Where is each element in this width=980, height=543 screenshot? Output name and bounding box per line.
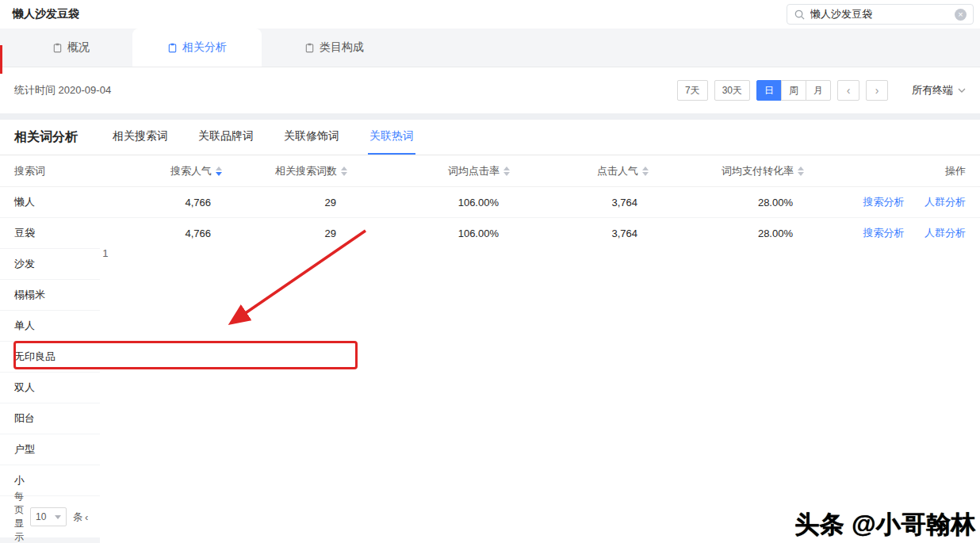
cell-popularity: 4,766 xyxy=(133,197,222,208)
page-root: 懒人沙发豆袋 × 概况 相关分析 xyxy=(0,0,980,543)
sort-asc-icon xyxy=(798,166,804,170)
chevron-down-icon xyxy=(958,88,966,93)
search-box[interactable]: × xyxy=(787,4,974,25)
cell-click-popularity: 3,764 xyxy=(510,197,649,208)
next-date-button[interactable]: › xyxy=(866,80,888,101)
search-analysis-link[interactable]: 搜索分析 xyxy=(863,196,904,208)
section-title: 相关词分析 xyxy=(14,129,78,146)
filter-bar: 统计时间 2020-09-04 7天 30天 日 周 月 ‹ › 所有终端 xyxy=(0,67,980,113)
sort-desc-icon xyxy=(798,172,804,176)
search-icon xyxy=(794,9,806,21)
table-row: 豆袋 4,766 29 106.00% 3,764 28.00% 搜索分析 人群… xyxy=(0,218,980,249)
cell-ctr: 106.00% xyxy=(347,228,510,239)
sort-icons xyxy=(216,166,222,176)
sort-desc-icon xyxy=(216,172,222,176)
sort-icons xyxy=(642,166,649,176)
subtab-modifier-words[interactable]: 关联修饰词 xyxy=(282,120,341,155)
section-divider xyxy=(0,113,980,120)
clipboard-icon xyxy=(304,43,315,53)
table-header: 搜索词 搜索人气 相关搜索词数 词均点击率 点击人气 词均支付转化率 操作 xyxy=(0,155,980,187)
range-7d-button[interactable]: 7天 xyxy=(677,80,708,101)
cell-conversion: 28.00% xyxy=(649,228,804,239)
pagination-prev[interactable]: ‹ xyxy=(82,510,90,525)
sort-asc-icon xyxy=(503,166,510,170)
sub-tab-bar: 相关搜索词 关联品牌词 关联修饰词 关联热词 xyxy=(111,120,442,155)
pagination: ‹ 12345› xyxy=(82,246,980,543)
search-input[interactable] xyxy=(810,9,955,21)
terminal-select[interactable]: 所有终端 xyxy=(912,83,966,98)
page-size-select[interactable]: 10 xyxy=(30,507,67,526)
sort-asc-icon xyxy=(642,166,649,170)
col-related-count[interactable]: 相关搜索词数 xyxy=(222,164,347,178)
tab-related-analysis[interactable]: 相关分析 xyxy=(132,29,262,67)
tab-label: 类目构成 xyxy=(320,40,364,55)
sort-icons xyxy=(503,166,510,176)
sort-desc-icon xyxy=(642,172,649,176)
table-footer: 每页显示 10 条 ‹ 12345› xyxy=(0,496,980,537)
range-month-button[interactable]: 月 xyxy=(806,80,831,101)
page-title: 懒人沙发豆袋 xyxy=(13,7,79,21)
crowd-analysis-link[interactable]: 人群分析 xyxy=(924,196,966,208)
subtab-related-search-words[interactable]: 相关搜索词 xyxy=(111,120,170,155)
pagination-page[interactable]: 1 xyxy=(100,246,980,543)
top-bar: 懒人沙发豆袋 × xyxy=(0,0,980,29)
cell-keyword: 豆袋 xyxy=(14,226,133,240)
page-size-label: 每页显示 xyxy=(14,490,24,543)
terminal-label: 所有终端 xyxy=(912,83,953,98)
cell-click-popularity: 3,764 xyxy=(510,228,649,239)
related-words-section: 相关词分析 相关搜索词 关联品牌词 关联修饰词 关联热词 搜索词 搜索人气 相关… xyxy=(0,120,980,537)
cell-actions: 搜索分析 人群分析 xyxy=(804,195,966,209)
tab-label: 概况 xyxy=(67,40,90,55)
crowd-analysis-link[interactable]: 人群分析 xyxy=(924,227,966,239)
cell-conversion: 28.00% xyxy=(649,197,804,208)
tab-category-composition[interactable]: 类目构成 xyxy=(304,29,364,67)
stat-time-label: 统计时间 2020-09-04 xyxy=(14,83,111,98)
cell-related-count: 29 xyxy=(222,228,347,239)
col-ctr[interactable]: 词均点击率 xyxy=(347,164,510,178)
sort-asc-icon xyxy=(216,166,222,170)
nav-tab-bar: 概况 相关分析 类目构成 xyxy=(0,29,980,67)
col-popularity[interactable]: 搜索人气 xyxy=(133,164,222,178)
sort-icons xyxy=(341,166,347,176)
page-size-control: 每页显示 10 条 xyxy=(14,490,82,543)
col-keyword: 搜索词 xyxy=(14,164,133,178)
range-week-button[interactable]: 周 xyxy=(781,80,806,101)
chevron-down-icon xyxy=(55,515,61,519)
tab-label: 相关分析 xyxy=(182,40,227,55)
cell-actions: 搜索分析 人群分析 xyxy=(804,226,966,240)
col-actions: 操作 xyxy=(804,164,966,178)
cell-popularity: 4,766 xyxy=(133,228,222,239)
cell-related-count: 29 xyxy=(222,197,347,208)
section-header: 相关词分析 相关搜索词 关联品牌词 关联修饰词 关联热词 xyxy=(0,120,980,155)
range-30d-button[interactable]: 30天 xyxy=(714,80,750,101)
range-day-button[interactable]: 日 xyxy=(756,80,782,101)
page-size-unit: 条 xyxy=(73,510,82,524)
clear-icon[interactable]: × xyxy=(955,9,967,21)
cell-ctr: 106.00% xyxy=(347,197,510,208)
clipboard-icon xyxy=(52,43,63,53)
search-analysis-link[interactable]: 搜索分析 xyxy=(863,227,904,239)
tab-overview[interactable]: 概况 xyxy=(52,29,90,67)
subtab-hot-words[interactable]: 关联热词 xyxy=(368,120,415,155)
prev-date-button[interactable]: ‹ xyxy=(837,80,859,101)
sort-asc-icon xyxy=(341,166,347,170)
col-conversion[interactable]: 词均支付转化率 xyxy=(649,164,804,178)
clipboard-icon xyxy=(167,43,178,53)
table-row: 懒人 4,766 29 106.00% 3,764 28.00% 搜索分析 人群… xyxy=(0,187,980,218)
col-click-popularity[interactable]: 点击人气 xyxy=(510,164,649,178)
sort-desc-icon xyxy=(341,172,347,176)
left-edge-red-mark xyxy=(0,45,2,74)
sort-desc-icon xyxy=(503,172,510,176)
cell-keyword: 懒人 xyxy=(14,195,133,209)
range-group: 日 周 月 xyxy=(756,80,831,101)
sort-icons xyxy=(798,166,804,176)
subtab-brand-words[interactable]: 关联品牌词 xyxy=(197,120,255,155)
